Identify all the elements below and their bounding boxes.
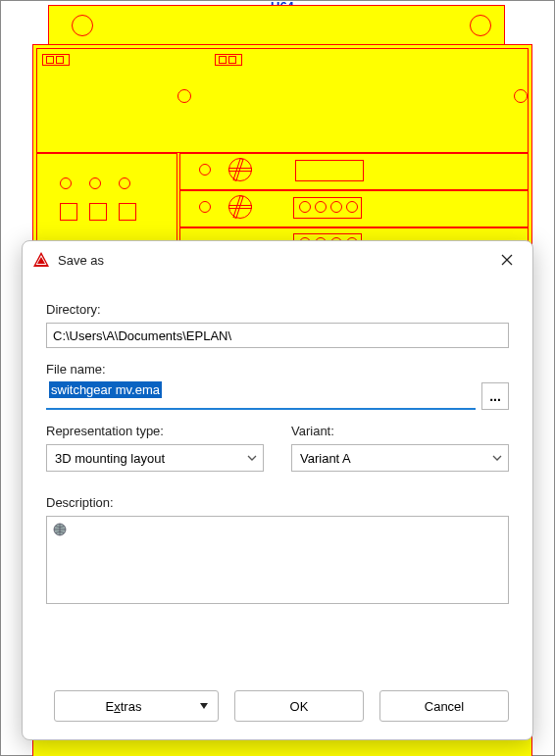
cancel-button-label: Cancel — [425, 699, 464, 714]
cancel-button[interactable]: Cancel — [379, 690, 509, 722]
variant-label: Variant: — [291, 424, 509, 438]
directory-label: Directory: — [46, 302, 509, 317]
variant-value: Variant A — [300, 451, 351, 466]
dialog-title: Save as — [58, 253, 489, 268]
save-as-dialog: Save as Directory: File name: switchgear… — [22, 240, 533, 740]
file-name-input[interactable]: switchgear mv.ema — [46, 382, 476, 410]
close-button[interactable] — [489, 246, 525, 274]
svg-marker-6 — [200, 703, 208, 709]
description-label: Description: — [46, 495, 509, 510]
file-name-label: File name: — [46, 362, 509, 377]
description-textarea[interactable] — [46, 516, 509, 604]
dropdown-arrow-icon — [200, 703, 208, 709]
browse-button[interactable]: ... — [481, 382, 509, 410]
ok-button[interactable]: OK — [234, 690, 364, 722]
representation-type-value: 3D mounting layout — [55, 451, 165, 466]
representation-type-combo[interactable]: 3D mounting layout — [46, 444, 264, 472]
dialog-body: Directory: File name: switchgear mv.ema … — [23, 278, 532, 677]
chevron-down-icon — [247, 455, 257, 461]
extras-button[interactable]: Extras — [54, 690, 219, 722]
extras-button-label: Extras — [106, 699, 142, 714]
chevron-down-icon — [492, 455, 502, 461]
variant-combo[interactable]: Variant A — [291, 444, 509, 472]
button-row: Extras OK Cancel — [23, 677, 532, 739]
ok-button-label: OK — [290, 699, 309, 714]
globe-icon — [53, 523, 502, 536]
file-name-value: switchgear mv.ema — [49, 381, 162, 398]
titlebar: Save as — [23, 241, 532, 278]
app-icon — [32, 251, 50, 269]
representation-type-label: Representation type: — [46, 424, 264, 438]
directory-input[interactable] — [46, 323, 509, 348]
